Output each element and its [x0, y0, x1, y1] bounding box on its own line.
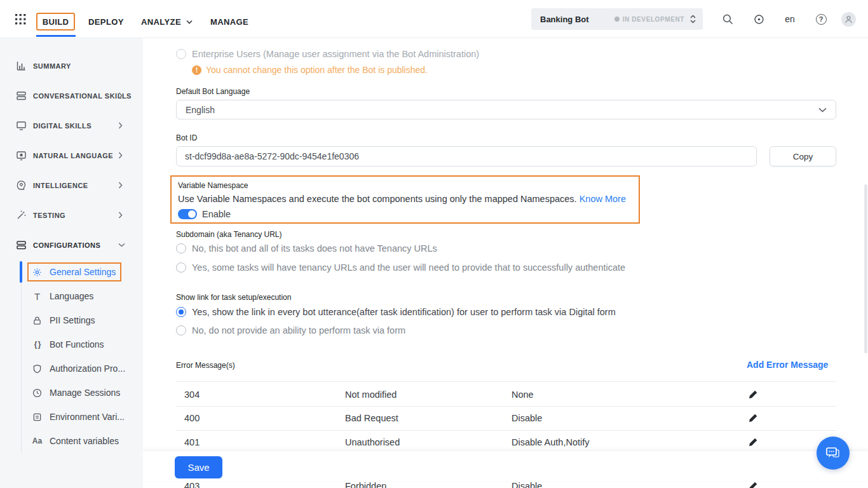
tab-analyze[interactable]: ANALYZE	[141, 13, 193, 30]
edit-pencil-icon[interactable]	[749, 390, 759, 400]
add-error-message-link[interactable]: Add Error Message	[747, 360, 828, 370]
copy-button[interactable]: Copy	[770, 146, 836, 166]
help-icon[interactable]: ?	[815, 13, 827, 25]
publish-warning: ! You cannot change this option after th…	[192, 65, 428, 75]
error-row-partial: 403 Forbidden Disable	[176, 481, 836, 488]
sidebar-item-label: Manage Sessions	[50, 388, 120, 398]
sidebar-item-conversational-skills[interactable]: CONVERSATIONAL SKILLS	[0, 81, 143, 111]
language-selector[interactable]: en	[782, 13, 797, 25]
search-icon[interactable]	[721, 13, 734, 25]
sidebar-item-natural-language[interactable]: NATURAL LANGUAGE	[0, 140, 143, 170]
status-dot-icon	[614, 17, 620, 22]
sidebar-item-label: Languages	[50, 291, 93, 301]
chevron-right-icon	[118, 212, 123, 219]
sidebar-item-label: TESTING	[33, 212, 65, 219]
bar-chart-icon	[16, 60, 27, 71]
sidebar-item-content-variables[interactable]: Aa Content variables	[0, 429, 143, 453]
enable-toggle-row: Enable	[178, 209, 231, 219]
error-code: 400	[184, 413, 200, 423]
edit-pencil-icon[interactable]	[749, 437, 759, 447]
sidebar-item-languages[interactable]: T Languages	[0, 284, 143, 308]
sidebar-item-testing[interactable]: TESTING	[0, 200, 143, 230]
sidebar: SUMMARY CONVERSATIONAL SKILLS DIGITAL SK…	[0, 38, 143, 488]
sidebar-item-general-settings[interactable]: General Settings	[0, 260, 143, 284]
default-bot-language-label: Default Bot Language	[176, 87, 250, 96]
error-message: Not modified	[345, 390, 397, 400]
sidebar-item-configurations[interactable]: CONFIGURATIONS	[0, 230, 143, 260]
edit-pencil-icon[interactable]	[749, 413, 759, 423]
save-bar: Save	[143, 451, 868, 481]
option-label: Yes, show the link in every bot utteranc…	[192, 307, 616, 317]
tab-deploy[interactable]: DEPLOY	[88, 13, 124, 30]
updown-chevron-icon	[689, 14, 696, 24]
sidebar-item-label: Content variables	[50, 436, 119, 446]
warning-text: You cannot change this option after the …	[206, 65, 428, 75]
sidebar-item-label: NATURAL LANGUAGE	[33, 152, 113, 159]
sidebar-item-summary[interactable]: SUMMARY	[0, 51, 143, 81]
scrollbar-thumb[interactable]	[864, 184, 867, 353]
clock-icon	[32, 388, 43, 398]
magic-wand-icon	[16, 210, 27, 220]
sidebar-item-label: CONFIGURATIONS	[33, 241, 100, 249]
bot-id-input[interactable]	[176, 146, 757, 166]
radio-button[interactable]	[176, 243, 186, 254]
target-icon[interactable]	[752, 13, 765, 25]
know-more-link[interactable]: Know More	[580, 194, 626, 204]
sidebar-item-digital-skills[interactable]: DIGITAL SKILLS	[0, 111, 143, 140]
enable-label: Enable	[202, 209, 231, 219]
shield-icon	[32, 363, 43, 374]
error-message: Forbidden	[345, 481, 386, 488]
default-language-select[interactable]: English	[176, 100, 836, 119]
letter-t-icon: T	[32, 291, 43, 302]
chevron-right-icon	[118, 92, 123, 99]
tab-build[interactable]: BUILD	[36, 13, 75, 30]
gear-icon	[32, 267, 43, 278]
subdomain-label: Subdomain (aka Tenancy URL)	[176, 230, 282, 239]
radio-button[interactable]	[176, 262, 186, 273]
radio-button[interactable]	[176, 49, 186, 59]
table-divider	[176, 381, 836, 382]
braces-icon: { }	[32, 339, 43, 350]
sidebar-item-label: INTELLIGENCE	[33, 182, 88, 189]
brain-gear-icon	[16, 180, 27, 191]
sidebar-item-bot-functions[interactable]: { } Bot Functions	[0, 332, 143, 356]
chevron-right-icon	[118, 152, 123, 159]
edit-pencil-icon[interactable]	[749, 481, 759, 488]
radio-button-checked[interactable]	[176, 307, 186, 317]
table-divider	[176, 430, 836, 431]
enterprise-users-label: Enterprise Users (Manage user assignment…	[192, 49, 479, 59]
task-link-option-no[interactable]: No, do not provide an ability to perform…	[176, 325, 405, 336]
bot-status-badge: IN DEVELOPMENT	[614, 16, 684, 23]
radio-button[interactable]	[176, 325, 186, 336]
tab-manage[interactable]: MANAGE	[210, 13, 248, 30]
stack-icon	[16, 90, 27, 101]
sidebar-item-label: PII Settings	[50, 315, 95, 325]
bot-selector[interactable]: Banking Bot IN DEVELOPMENT	[531, 8, 703, 30]
tab-analyze-label: ANALYZE	[141, 17, 181, 27]
subdomain-option-no[interactable]: No, this bot and all of its tasks does n…	[176, 243, 437, 254]
save-button[interactable]: Save	[175, 456, 222, 478]
sidebar-item-authorization-profiles[interactable]: Authorization Pro...	[0, 356, 143, 381]
apps-grid-icon[interactable]	[15, 14, 26, 25]
error-message: Unauthorised	[345, 437, 400, 447]
sidebar-item-label: General Settings	[50, 267, 116, 277]
enable-toggle[interactable]	[178, 209, 197, 219]
enterprise-users-option[interactable]: Enterprise Users (Manage user assignment…	[176, 49, 479, 59]
error-code: 401	[184, 437, 200, 447]
sidebar-item-environment-variables[interactable]: Environment Vari...	[0, 405, 143, 429]
chevron-down-icon	[186, 20, 193, 24]
aa-icon: Aa	[32, 436, 43, 447]
subdomain-option-yes[interactable]: Yes, some tasks will have tenancy URLs a…	[176, 262, 625, 273]
selected-language: English	[186, 105, 215, 115]
error-action: Disable Auth,Notify	[512, 437, 590, 447]
task-link-option-yes[interactable]: Yes, show the link in every bot utteranc…	[176, 307, 616, 317]
top-navigation-bar: BUILD DEPLOY ANALYZE MANAGE Banking Bot …	[0, 0, 868, 38]
sidebar-item-pii-settings[interactable]: PII Settings	[0, 308, 143, 332]
sidebar-item-manage-sessions[interactable]: Manage Sessions	[0, 381, 143, 405]
sidebar-item-intelligence[interactable]: INTELLIGENCE	[0, 170, 143, 200]
sidebar-item-label: SUMMARY	[33, 62, 71, 70]
sidebar-item-label: CONVERSATIONAL SKILLS	[33, 92, 132, 100]
lock-icon	[32, 315, 43, 326]
user-avatar[interactable]	[841, 12, 856, 27]
chat-widget-button[interactable]	[817, 437, 850, 470]
